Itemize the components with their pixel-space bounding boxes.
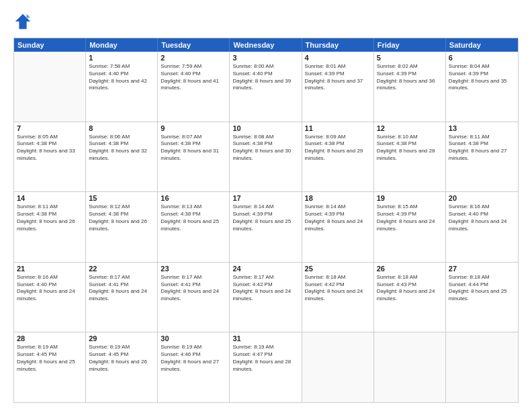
day-number: 14 xyxy=(17,194,83,202)
day-info: Sunrise: 7:59 AMSunset: 4:40 PMDaylight:… xyxy=(161,63,226,92)
calendar-cell xyxy=(374,332,446,402)
day-number: 22 xyxy=(89,265,154,273)
calendar-cell: 13Sunrise: 8:11 AMSunset: 4:38 PMDayligh… xyxy=(446,122,518,192)
calendar-cell: 6Sunrise: 8:04 AMSunset: 4:39 PMDaylight… xyxy=(446,52,518,122)
calendar-cell: 23Sunrise: 8:17 AMSunset: 4:41 PMDayligh… xyxy=(158,263,230,332)
calendar-cell: 9Sunrise: 8:07 AMSunset: 4:38 PMDaylight… xyxy=(158,122,230,192)
day-number: 29 xyxy=(89,334,154,342)
calendar-row: 7Sunrise: 8:05 AMSunset: 4:38 PMDaylight… xyxy=(14,122,518,192)
day-number: 12 xyxy=(377,124,443,132)
day-number: 1 xyxy=(89,54,154,62)
logo xyxy=(13,12,35,31)
day-info: Sunrise: 8:04 AMSunset: 4:39 PMDaylight:… xyxy=(449,63,515,92)
calendar-row: 21Sunrise: 8:16 AMSunset: 4:40 PMDayligh… xyxy=(14,262,518,332)
calendar-cell: 1Sunrise: 7:58 AMSunset: 4:40 PMDaylight… xyxy=(86,52,158,122)
calendar-row: 1Sunrise: 7:58 AMSunset: 4:40 PMDaylight… xyxy=(14,52,518,122)
day-number: 15 xyxy=(89,194,154,202)
day-info: Sunrise: 8:17 AMSunset: 4:41 PMDaylight:… xyxy=(161,274,226,303)
calendar-cell: 28Sunrise: 8:19 AMSunset: 4:45 PMDayligh… xyxy=(14,332,86,402)
day-info: Sunrise: 8:14 AMSunset: 4:39 PMDaylight:… xyxy=(305,203,371,232)
calendar-cell: 18Sunrise: 8:14 AMSunset: 4:39 PMDayligh… xyxy=(302,192,374,262)
calendar-row: 28Sunrise: 8:19 AMSunset: 4:45 PMDayligh… xyxy=(14,332,518,402)
day-number: 30 xyxy=(161,334,226,342)
day-number: 25 xyxy=(305,265,371,273)
calendar-cell: 11Sunrise: 8:09 AMSunset: 4:38 PMDayligh… xyxy=(302,122,374,192)
day-number: 11 xyxy=(305,124,371,132)
calendar-cell: 12Sunrise: 8:10 AMSunset: 4:38 PMDayligh… xyxy=(374,122,446,192)
day-number: 21 xyxy=(17,265,83,273)
day-info: Sunrise: 8:12 AMSunset: 4:38 PMDaylight:… xyxy=(89,203,154,232)
calendar: SundayMondayTuesdayWednesdayThursdayFrid… xyxy=(13,38,519,403)
calendar-cell: 5Sunrise: 8:02 AMSunset: 4:39 PMDaylight… xyxy=(374,52,446,122)
day-number: 24 xyxy=(232,265,298,273)
day-number: 9 xyxy=(161,124,226,132)
calendar-cell: 27Sunrise: 8:18 AMSunset: 4:44 PMDayligh… xyxy=(446,263,518,332)
day-info: Sunrise: 8:01 AMSunset: 4:39 PMDaylight:… xyxy=(305,63,371,92)
day-number: 23 xyxy=(161,265,226,273)
calendar-cell: 25Sunrise: 8:18 AMSunset: 4:42 PMDayligh… xyxy=(302,263,374,332)
day-info: Sunrise: 8:19 AMSunset: 4:46 PMDaylight:… xyxy=(161,344,226,373)
day-info: Sunrise: 8:13 AMSunset: 4:38 PMDaylight:… xyxy=(161,203,226,232)
day-number: 16 xyxy=(161,194,226,202)
page: SundayMondayTuesdayWednesdayThursdayFrid… xyxy=(0,0,532,411)
day-info: Sunrise: 8:15 AMSunset: 4:39 PMDaylight:… xyxy=(377,203,443,232)
calendar-cell: 30Sunrise: 8:19 AMSunset: 4:46 PMDayligh… xyxy=(158,332,230,402)
day-info: Sunrise: 8:19 AMSunset: 4:45 PMDaylight:… xyxy=(17,344,83,373)
calendar-cell: 14Sunrise: 8:11 AMSunset: 4:38 PMDayligh… xyxy=(14,192,86,262)
day-info: Sunrise: 8:18 AMSunset: 4:44 PMDaylight:… xyxy=(449,274,515,303)
calendar-cell: 8Sunrise: 8:06 AMSunset: 4:38 PMDaylight… xyxy=(86,122,158,192)
day-number: 28 xyxy=(17,334,83,342)
day-info: Sunrise: 8:09 AMSunset: 4:38 PMDaylight:… xyxy=(305,134,371,163)
day-info: Sunrise: 8:17 AMSunset: 4:41 PMDaylight:… xyxy=(89,274,154,303)
day-info: Sunrise: 8:17 AMSunset: 4:42 PMDaylight:… xyxy=(232,274,298,303)
weekday-header: Tuesday xyxy=(158,38,230,52)
weekday-header: Thursday xyxy=(302,38,374,52)
day-info: Sunrise: 8:11 AMSunset: 4:38 PMDaylight:… xyxy=(449,134,515,163)
calendar-cell xyxy=(302,332,374,402)
svg-marker-1 xyxy=(27,14,31,18)
day-info: Sunrise: 8:14 AMSunset: 4:39 PMDaylight:… xyxy=(232,203,298,232)
day-info: Sunrise: 8:19 AMSunset: 4:45 PMDaylight:… xyxy=(89,344,154,373)
day-info: Sunrise: 8:00 AMSunset: 4:40 PMDaylight:… xyxy=(232,63,298,92)
calendar-cell: 10Sunrise: 8:08 AMSunset: 4:38 PMDayligh… xyxy=(230,122,302,192)
day-number: 4 xyxy=(305,54,371,62)
calendar-cell: 29Sunrise: 8:19 AMSunset: 4:45 PMDayligh… xyxy=(86,332,158,402)
day-info: Sunrise: 7:58 AMSunset: 4:40 PMDaylight:… xyxy=(89,63,154,92)
calendar-cell xyxy=(14,52,86,122)
day-number: 7 xyxy=(17,124,83,132)
calendar-cell xyxy=(446,332,518,402)
logo-icon xyxy=(13,12,32,31)
calendar-cell: 21Sunrise: 8:16 AMSunset: 4:40 PMDayligh… xyxy=(14,263,86,332)
day-number: 19 xyxy=(377,194,443,202)
calendar-cell: 31Sunrise: 8:19 AMSunset: 4:47 PMDayligh… xyxy=(230,332,302,402)
weekday-header: Friday xyxy=(374,38,446,52)
weekday-header: Monday xyxy=(86,38,158,52)
day-number: 26 xyxy=(377,265,443,273)
calendar-cell: 7Sunrise: 8:05 AMSunset: 4:38 PMDaylight… xyxy=(14,122,86,192)
day-number: 5 xyxy=(377,54,443,62)
calendar-cell: 2Sunrise: 7:59 AMSunset: 4:40 PMDaylight… xyxy=(158,52,230,122)
calendar-body: 1Sunrise: 7:58 AMSunset: 4:40 PMDaylight… xyxy=(14,52,518,402)
day-info: Sunrise: 8:18 AMSunset: 4:42 PMDaylight:… xyxy=(305,274,371,303)
day-number: 31 xyxy=(232,334,298,342)
calendar-cell: 20Sunrise: 8:16 AMSunset: 4:40 PMDayligh… xyxy=(446,192,518,262)
day-info: Sunrise: 8:18 AMSunset: 4:43 PMDaylight:… xyxy=(377,274,443,303)
header xyxy=(13,12,519,31)
day-info: Sunrise: 8:19 AMSunset: 4:47 PMDaylight:… xyxy=(232,344,298,373)
day-number: 18 xyxy=(305,194,371,202)
day-info: Sunrise: 8:05 AMSunset: 4:38 PMDaylight:… xyxy=(17,134,83,163)
calendar-cell: 15Sunrise: 8:12 AMSunset: 4:38 PMDayligh… xyxy=(86,192,158,262)
day-number: 10 xyxy=(232,124,298,132)
weekday-header: Saturday xyxy=(446,38,518,52)
day-number: 13 xyxy=(449,124,515,132)
weekday-header: Wednesday xyxy=(230,38,302,52)
day-number: 6 xyxy=(449,54,515,62)
calendar-cell: 16Sunrise: 8:13 AMSunset: 4:38 PMDayligh… xyxy=(158,192,230,262)
day-number: 27 xyxy=(449,265,515,273)
calendar-header: SundayMondayTuesdayWednesdayThursdayFrid… xyxy=(14,38,518,52)
day-info: Sunrise: 8:08 AMSunset: 4:38 PMDaylight:… xyxy=(232,134,298,163)
day-info: Sunrise: 8:16 AMSunset: 4:40 PMDaylight:… xyxy=(17,274,83,303)
calendar-cell: 4Sunrise: 8:01 AMSunset: 4:39 PMDaylight… xyxy=(302,52,374,122)
calendar-cell: 22Sunrise: 8:17 AMSunset: 4:41 PMDayligh… xyxy=(86,263,158,332)
day-number: 8 xyxy=(89,124,154,132)
